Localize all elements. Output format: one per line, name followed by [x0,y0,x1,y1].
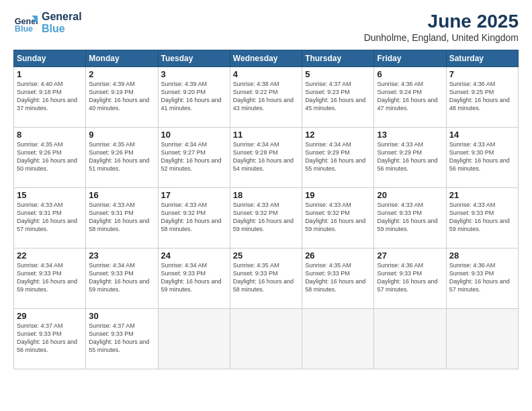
day-number: 10 [161,130,227,140]
sunset-label: Sunset: 9:33 PM [89,270,134,277]
header-saturday: Saturday [446,50,518,67]
day-info: Sunrise: 4:33 AM Sunset: 9:33 PM Dayligh… [449,201,515,234]
day-number: 7 [449,69,515,79]
day-info: Sunrise: 4:36 AM Sunset: 9:33 PM Dayligh… [377,261,443,294]
sunset-label: Sunset: 9:33 PM [305,270,350,277]
sunrise-label: Sunrise: 4:33 AM [161,201,208,208]
daylight-label: Daylight: 16 hours and 57 minutes. [17,218,77,232]
sunset-label: Sunset: 9:22 PM [233,89,278,95]
day-number: 21 [449,190,515,200]
sunset-label: Sunset: 9:26 PM [17,149,62,156]
calendar-cell: 8 Sunrise: 4:35 AM Sunset: 9:26 PM Dayli… [14,128,86,188]
sunrise-label: Sunrise: 4:38 AM [233,81,279,87]
sunrise-label: Sunrise: 4:35 AM [233,262,279,269]
daylight-label: Daylight: 16 hours and 50 minutes. [17,157,77,172]
daylight-label: Daylight: 16 hours and 59 minutes. [377,218,437,232]
calendar-cell: 3 Sunrise: 4:39 AM Sunset: 9:20 PM Dayli… [158,67,230,128]
day-info: Sunrise: 4:34 AM Sunset: 9:33 PM Dayligh… [161,261,227,294]
logo: General Blue General Blue [13,11,82,35]
calendar-cell: 23 Sunrise: 4:34 AM Sunset: 9:33 PM Dayl… [86,248,158,309]
calendar-cell: 5 Sunrise: 4:37 AM Sunset: 9:23 PM Dayli… [302,67,374,128]
sunset-label: Sunset: 9:32 PM [305,210,350,216]
sunrise-label: Sunrise: 4:37 AM [305,81,351,87]
daylight-label: Daylight: 16 hours and 57 minutes. [377,278,437,293]
calendar-cell: 9 Sunrise: 4:35 AM Sunset: 9:26 PM Dayli… [86,128,158,188]
sunset-label: Sunset: 9:28 PM [233,149,278,156]
sunrise-label: Sunrise: 4:34 AM [17,262,63,269]
calendar-cell [374,309,446,369]
header-friday: Friday [374,50,446,67]
calendar-cell [446,309,518,369]
day-number: 24 [161,250,227,261]
sunset-label: Sunset: 9:32 PM [233,210,278,216]
day-info: Sunrise: 4:33 AM Sunset: 9:32 PM Dayligh… [305,201,371,234]
day-number: 6 [377,69,443,79]
day-number: 29 [17,311,83,321]
day-info: Sunrise: 4:36 AM Sunset: 9:33 PM Dayligh… [449,261,515,294]
daylight-label: Daylight: 16 hours and 37 minutes. [17,97,77,111]
sunrise-label: Sunrise: 4:35 AM [305,262,351,269]
calendar-cell: 12 Sunrise: 4:34 AM Sunset: 9:29 PM Dayl… [302,128,374,188]
day-info: Sunrise: 4:37 AM Sunset: 9:33 PM Dayligh… [89,322,154,355]
page: General Blue General Blue June 2025 Dunh… [0,0,532,411]
sunset-label: Sunset: 9:33 PM [17,330,62,337]
sunrise-label: Sunrise: 4:33 AM [377,141,423,148]
calendar-cell: 6 Sunrise: 4:36 AM Sunset: 9:24 PM Dayli… [374,67,446,128]
sunset-label: Sunset: 9:18 PM [17,89,62,95]
calendar-cell: 15 Sunrise: 4:33 AM Sunset: 9:31 PM Dayl… [14,188,86,248]
day-number: 14 [449,130,515,140]
sunrise-label: Sunrise: 4:36 AM [377,81,423,87]
calendar-row: 8 Sunrise: 4:35 AM Sunset: 9:26 PM Dayli… [14,128,519,188]
daylight-label: Daylight: 16 hours and 41 minutes. [161,97,222,111]
sunset-label: Sunset: 9:33 PM [377,270,422,277]
sunrise-label: Sunrise: 4:34 AM [305,141,351,148]
calendar-cell [302,309,374,369]
daylight-label: Daylight: 16 hours and 59 minutes. [305,218,365,232]
day-number: 1 [17,69,83,79]
calendar-table: Sunday Monday Tuesday Wednesday Thursday… [13,50,519,369]
sunset-label: Sunset: 9:25 PM [449,89,494,95]
day-number: 26 [305,250,371,261]
daylight-label: Daylight: 16 hours and 58 minutes. [89,218,149,232]
daylight-label: Daylight: 16 hours and 59 minutes. [89,278,149,293]
day-info: Sunrise: 4:33 AM Sunset: 9:32 PM Dayligh… [161,201,227,234]
day-info: Sunrise: 4:34 AM Sunset: 9:33 PM Dayligh… [17,261,83,294]
calendar-cell [230,309,302,369]
day-info: Sunrise: 4:34 AM Sunset: 9:33 PM Dayligh… [89,261,154,294]
calendar-cell: 7 Sunrise: 4:36 AM Sunset: 9:25 PM Dayli… [446,67,518,128]
daylight-label: Daylight: 16 hours and 58 minutes. [233,278,294,293]
sunset-label: Sunset: 9:33 PM [17,270,62,277]
day-number: 13 [377,130,443,140]
daylight-label: Daylight: 16 hours and 51 minutes. [89,157,149,172]
calendar-cell: 19 Sunrise: 4:33 AM Sunset: 9:32 PM Dayl… [302,188,374,248]
sunrise-label: Sunrise: 4:33 AM [17,201,63,208]
header-tuesday: Tuesday [158,50,230,67]
daylight-label: Daylight: 16 hours and 40 minutes. [89,97,149,111]
day-info: Sunrise: 4:36 AM Sunset: 9:24 PM Dayligh… [377,80,443,113]
day-number: 20 [377,190,443,200]
calendar-cell: 14 Sunrise: 4:33 AM Sunset: 9:30 PM Dayl… [446,128,518,188]
daylight-label: Daylight: 16 hours and 57 minutes. [449,278,510,293]
sunset-label: Sunset: 9:33 PM [233,270,278,277]
calendar-cell: 10 Sunrise: 4:34 AM Sunset: 9:27 PM Dayl… [158,128,230,188]
daylight-label: Daylight: 16 hours and 59 minutes. [449,218,510,232]
sunrise-label: Sunrise: 4:35 AM [17,141,63,148]
sunrise-label: Sunrise: 4:33 AM [377,201,423,208]
day-info: Sunrise: 4:35 AM Sunset: 9:26 PM Dayligh… [89,140,154,173]
sunset-label: Sunset: 9:33 PM [377,210,422,216]
sunset-label: Sunset: 9:32 PM [161,210,206,216]
sunrise-label: Sunrise: 4:34 AM [161,141,208,148]
calendar-row: 29 Sunrise: 4:37 AM Sunset: 9:33 PM Dayl… [14,309,519,369]
location: Dunholme, England, United Kingdom [364,32,519,43]
calendar-cell: 21 Sunrise: 4:33 AM Sunset: 9:33 PM Dayl… [446,188,518,248]
weekday-header-row: Sunday Monday Tuesday Wednesday Thursday… [14,50,519,67]
day-info: Sunrise: 4:33 AM Sunset: 9:30 PM Dayligh… [449,140,515,173]
day-info: Sunrise: 4:33 AM Sunset: 9:29 PM Dayligh… [377,140,443,173]
calendar-row: 15 Sunrise: 4:33 AM Sunset: 9:31 PM Dayl… [14,188,519,248]
svg-text:Blue: Blue [15,24,33,34]
day-number: 12 [305,130,371,140]
daylight-label: Daylight: 16 hours and 45 minutes. [305,97,365,111]
sunrise-label: Sunrise: 4:34 AM [89,262,135,269]
title-block: June 2025 Dunholme, England, United King… [364,11,519,43]
day-info: Sunrise: 4:34 AM Sunset: 9:28 PM Dayligh… [233,140,299,173]
